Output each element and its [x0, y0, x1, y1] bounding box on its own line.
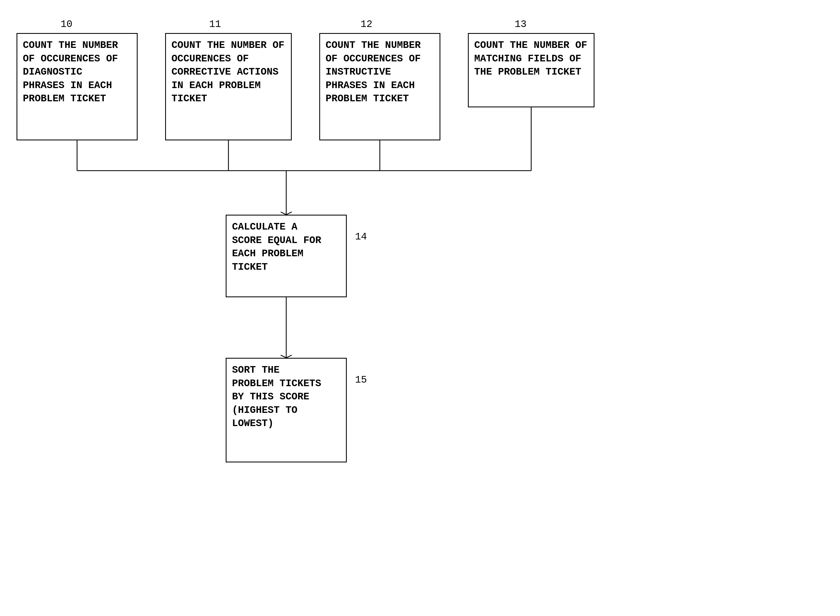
- box-13-text: COUNT THE NUMBER OF MATCHING FIELDS OF T…: [474, 39, 588, 79]
- box-14-text: CALCULATE A SCORE EQUAL FOR EACH PROBLEM…: [232, 220, 340, 274]
- label-12: 12: [361, 19, 372, 30]
- box-10-text: COUNT THE NUMBER OF OCCURENCES OF DIAGNO…: [23, 39, 131, 106]
- label-11: 11: [209, 19, 221, 30]
- box-14: CALCULATE A SCORE EQUAL FOR EACH PROBLEM…: [226, 215, 347, 297]
- box-15: SORT THE PROBLEM TICKETS BY THIS SCORE (…: [226, 358, 347, 462]
- label-14: 14: [355, 231, 367, 242]
- box-10: COUNT THE NUMBER OF OCCURENCES OF DIAGNO…: [16, 33, 138, 140]
- box-11: COUNT THE NUMBER OF OCCURENCES OF CORREC…: [165, 33, 292, 140]
- diagram-container: COUNT THE NUMBER OF OCCURENCES OF DIAGNO…: [0, 0, 840, 616]
- box-13: COUNT THE NUMBER OF MATCHING FIELDS OF T…: [468, 33, 595, 107]
- label-15: 15: [355, 374, 367, 386]
- box-12: COUNT THE NUMBER OF OCCURENCES OF INSTRU…: [319, 33, 440, 140]
- label-10: 10: [60, 19, 72, 30]
- box-15-text: SORT THE PROBLEM TICKETS BY THIS SCORE (…: [232, 364, 340, 430]
- box-12-text: COUNT THE NUMBER OF OCCURENCES OF INSTRU…: [325, 39, 434, 106]
- label-13: 13: [515, 19, 526, 30]
- box-11-text: COUNT THE NUMBER OF OCCURENCES OF CORREC…: [172, 39, 286, 106]
